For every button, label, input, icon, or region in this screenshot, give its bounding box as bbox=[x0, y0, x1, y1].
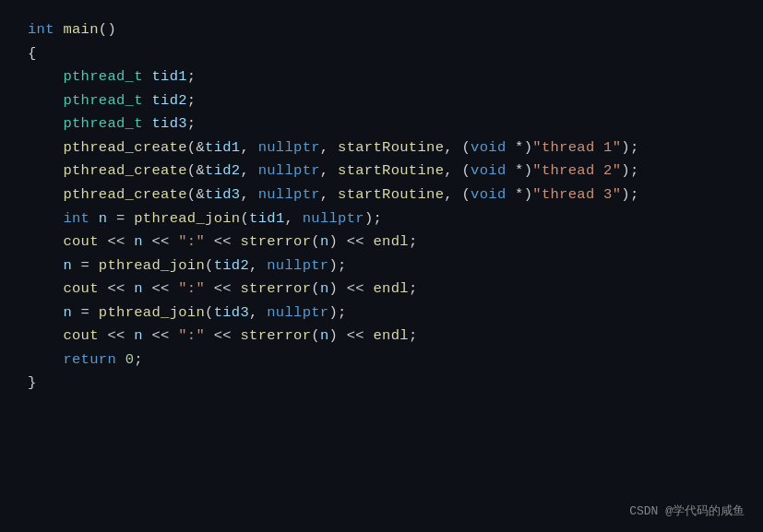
code-line-8: pthread_create(&tid2, nullptr, startRout… bbox=[28, 160, 735, 183]
code-line-19: return 0; bbox=[28, 349, 735, 372]
watermark: CSDN @学代码的咸鱼 bbox=[629, 502, 745, 519]
code-block: int main() { pthread_t tid1; pthread_t t… bbox=[0, 0, 763, 532]
code-line-5: pthread_t tid3; bbox=[28, 112, 735, 136]
code-line-3: pthread_t tid1; bbox=[28, 65, 735, 89]
code-line-12: int n = pthread_join(tid1, nullptr); bbox=[28, 207, 735, 231]
code-line-2: { bbox=[28, 42, 735, 66]
code-line-13: cout << n << ":" << strerror(n) << endl; bbox=[28, 231, 735, 254]
code-line-7: pthread_create(&tid1, nullptr, startRout… bbox=[28, 136, 735, 160]
code-line-20: } bbox=[28, 372, 735, 396]
code-line-1: int main() bbox=[28, 18, 735, 42]
code-line-9: pthread_create(&tid3, nullptr, startRout… bbox=[28, 183, 735, 207]
code-line-16: n = pthread_join(tid3, nullptr); bbox=[28, 301, 735, 325]
code-line-15: cout << n << ":" << strerror(n) << endl; bbox=[28, 278, 735, 301]
code-line-17: cout << n << ":" << strerror(n) << endl; bbox=[28, 325, 735, 349]
code-line-14: n = pthread_join(tid2, nullptr); bbox=[28, 254, 735, 278]
code-line-4: pthread_t tid2; bbox=[28, 89, 735, 113]
